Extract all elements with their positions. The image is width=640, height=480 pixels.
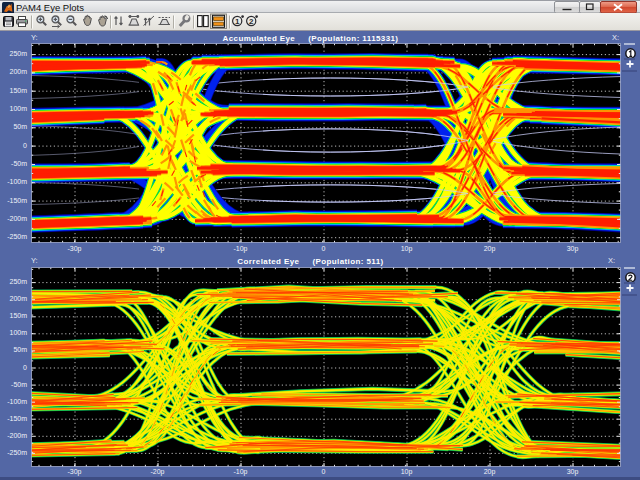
svg-text:2: 2: [249, 17, 254, 26]
svg-text:1: 1: [235, 17, 240, 26]
